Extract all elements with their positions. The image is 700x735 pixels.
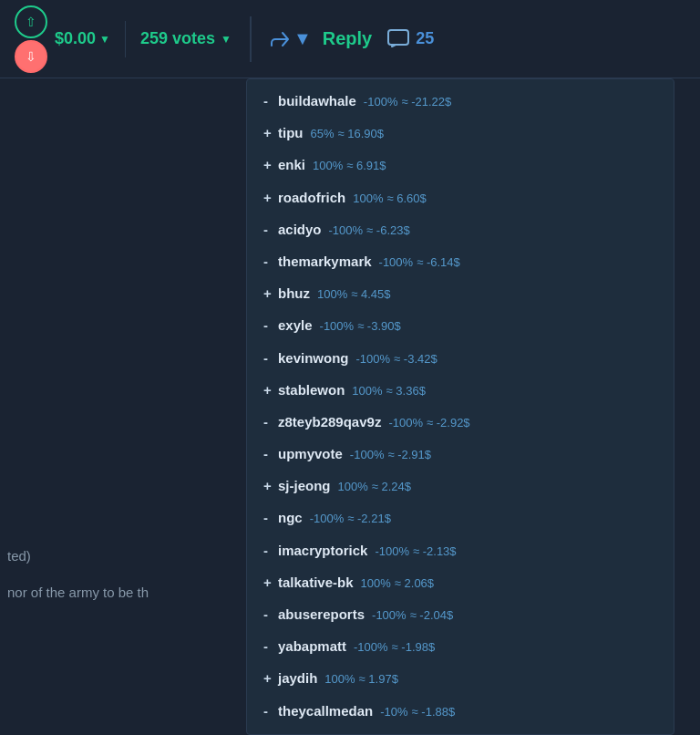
upvote-button[interactable]: ⇧ (15, 5, 47, 38)
votes-count: 259 votes (140, 29, 215, 48)
vote-percent: -100% (388, 415, 423, 431)
vote-amount: ≈ -2.04$ (410, 607, 454, 624)
votes-badge[interactable]: 259 votes ▼ (140, 29, 232, 48)
vote-row[interactable]: -exyle-100% ≈ -3.90$ (247, 309, 674, 341)
sidebar-text-1: ted) (0, 541, 38, 571)
vote-amount: ≈ -21.22$ (401, 94, 451, 110)
vote-sign: + (263, 668, 274, 688)
vote-percent: 100% (317, 286, 347, 303)
vote-sign: - (263, 701, 274, 720)
vote-percent: -100% (356, 351, 391, 368)
vote-sign: - (263, 541, 274, 560)
price-caret: ▼ (99, 33, 110, 46)
vote-row[interactable]: -acidyo-100% ≈ -6.23$ (247, 213, 674, 245)
vote-percent: -100% (310, 511, 345, 527)
comment-icon (386, 28, 410, 50)
vote-row[interactable]: -yabapmatt-100% ≈ -1.98$ (247, 630, 674, 662)
vote-amount: ≈ 16.90$ (338, 126, 385, 142)
vote-sign: + (263, 188, 274, 207)
reply-button[interactable]: Reply (323, 28, 372, 49)
vote-amount: ≈ -1.88$ (412, 704, 456, 720)
vote-amount: ≈ -1.98$ (392, 639, 436, 656)
vote-username: bhuz (278, 284, 310, 303)
vote-sign: - (263, 444, 274, 463)
price-badge[interactable]: $0.00 ▼ (55, 29, 110, 48)
vote-row[interactable]: +enki100% ≈ 6.91$ (247, 149, 674, 181)
share-caret: ▼ (293, 28, 312, 49)
vote-row[interactable]: -theycallmedan-10% ≈ -1.88$ (247, 695, 674, 727)
divider-1 (125, 21, 126, 57)
vote-row[interactable]: -themarkymark-100% ≈ -6.14$ (247, 245, 674, 277)
sidebar-text-2: nor of the army to be th (0, 577, 156, 607)
vote-percent: -10% (380, 704, 407, 720)
vote-username: talkative-bk (278, 573, 354, 592)
vote-amount: ≈ -3.90$ (357, 318, 401, 335)
vote-percent: -100% (350, 447, 385, 463)
vote-username: acidyo (278, 220, 322, 239)
vote-percent: -100% (379, 254, 414, 271)
vote-sign: - (263, 91, 274, 110)
vote-username: kevinwong (278, 348, 349, 368)
vote-amount: ≈ -6.23$ (366, 223, 410, 239)
vote-row[interactable]: -upmyvote-100% ≈ -2.91$ (247, 438, 674, 470)
vote-amount: ≈ -3.42$ (394, 351, 438, 368)
vote-row[interactable]: -z8teyb289qav9z-100% ≈ -2.92$ (247, 406, 674, 438)
svg-rect-0 (388, 30, 408, 45)
vote-username: jaydih (278, 668, 317, 688)
vote-username: theycallmedan (278, 701, 373, 720)
vote-sign: - (263, 316, 274, 335)
left-sidebar: ted) nor of the army to be th (0, 78, 246, 735)
vote-amount: ≈ 4.45$ (351, 286, 390, 303)
vote-row[interactable]: +talkative-bk100% ≈ 2.06$ (247, 566, 674, 598)
vote-row[interactable]: -abusereports-100% ≈ -2.04$ (247, 598, 674, 630)
votes-dropdown: -buildawhale-100% ≈ -21.22$+tipu65% ≈ 16… (246, 78, 674, 735)
toolbar: ⇧ ⇩ $0.00 ▼ 259 votes ▼ ▼ Reply 25 (0, 0, 700, 78)
comment-button[interactable]: 25 (386, 28, 434, 50)
vote-row[interactable]: -buildawhale-100% ≈ -21.22$ (247, 85, 674, 117)
vote-username: buildawhale (278, 91, 356, 110)
vote-sign: - (263, 412, 274, 431)
vote-percent: -100% (364, 94, 398, 110)
toolbar-divider (250, 16, 252, 62)
vote-row[interactable]: +tipu65% ≈ 16.90$ (247, 117, 674, 149)
vote-row[interactable]: -kevinwong-100% ≈ -3.42$ (247, 342, 674, 374)
share-icon (270, 30, 290, 48)
vote-username: z8teyb289qav9z (278, 412, 381, 431)
vote-row[interactable]: +jaydih100% ≈ 1.97$ (247, 662, 674, 694)
votes-caret: ▼ (221, 33, 232, 46)
vote-sign: - (263, 605, 274, 624)
vote-row[interactable]: +roadofrich100% ≈ 6.60$ (247, 181, 674, 213)
vote-amount: ≈ 3.36$ (386, 383, 426, 399)
vote-sign: - (263, 348, 274, 368)
vote-username: exyle (278, 316, 313, 335)
price-value: $0.00 (55, 29, 96, 48)
vote-amount: ≈ -2.92$ (427, 415, 470, 431)
vote-row[interactable]: -ngc-100% ≈ -2.21$ (247, 502, 674, 533)
vote-percent: -100% (329, 223, 364, 239)
content-area: ted) nor of the army to be th -buildawha… (0, 78, 700, 735)
vote-percent: -100% (372, 607, 407, 624)
vote-percent: 100% (313, 158, 343, 174)
vote-sign: + (263, 284, 274, 303)
vote-amount: ≈ 1.97$ (359, 671, 398, 688)
vote-row[interactable]: +stablewon100% ≈ 3.36$ (247, 374, 674, 406)
vote-row[interactable]: +sj-jeong100% ≈ 2.24$ (247, 470, 674, 502)
downvote-button[interactable]: ⇩ (15, 40, 47, 73)
vote-username: themarkymark (278, 252, 372, 271)
vote-percent: 100% (324, 671, 355, 688)
vote-amount: ≈ 2.06$ (395, 575, 434, 592)
vote-username: stablewon (278, 380, 345, 399)
vote-sign: + (263, 476, 274, 495)
comment-count: 25 (416, 29, 434, 48)
vote-row[interactable]: -imacryptorick-100% ≈ -2.13$ (247, 534, 674, 566)
vote-sign: + (263, 573, 274, 592)
vote-amount: ≈ -6.14$ (417, 254, 460, 271)
share-button[interactable]: ▼ (270, 28, 312, 49)
vote-username: yabapmatt (278, 637, 346, 656)
vote-percent: 65% (311, 126, 335, 142)
vote-amount: ≈ 6.60$ (386, 191, 426, 207)
vote-amount: ≈ 2.24$ (372, 479, 411, 495)
votes-list[interactable]: -buildawhale-100% ≈ -21.22$+tipu65% ≈ 16… (247, 79, 674, 734)
vote-row[interactable]: +bhuz100% ≈ 4.45$ (247, 277, 674, 309)
vote-sign: - (263, 637, 274, 656)
